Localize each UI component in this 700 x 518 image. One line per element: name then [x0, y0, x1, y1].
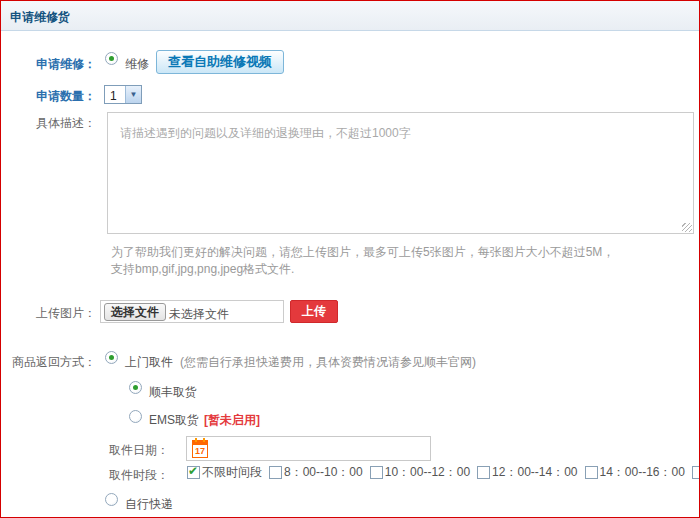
- slot-unlimited: ✔ 不限时间段: [187, 464, 262, 481]
- quantity-value: 1: [110, 89, 117, 103]
- slot-2: 10：00--12：00: [370, 464, 470, 481]
- pickup-time-slots: ✔ 不限时间段 8：00--10：00 10：00--12：00 12：00--…: [187, 464, 700, 481]
- slot-3: 12：00--14：00: [477, 464, 577, 481]
- repair-type-label: 申请维修：: [1, 56, 96, 73]
- door-pickup-label: 上门取件: [125, 354, 173, 371]
- file-status-text: 未选择文件: [169, 306, 229, 323]
- file-input[interactable]: 选择文件 未选择文件: [100, 300, 284, 323]
- slot-1-checkbox[interactable]: [269, 466, 282, 479]
- upload-button[interactable]: 上传: [290, 300, 338, 323]
- slot-2-checkbox[interactable]: [370, 466, 383, 479]
- view-repair-video-button[interactable]: 查看自助维修视频: [156, 50, 284, 74]
- slot-3-checkbox[interactable]: [477, 466, 490, 479]
- slot-3-label: 12：00--14：00: [492, 464, 577, 481]
- slot-4-checkbox[interactable]: [585, 466, 598, 479]
- sf-pickup-radio[interactable]: [129, 381, 142, 394]
- calendar-icon[interactable]: 17: [192, 440, 208, 458]
- panel-header: 申请维修货: [1, 1, 699, 31]
- door-pickup-note: (您需自行承担快递费用，具体资费情况请参见顺丰官网): [180, 354, 476, 371]
- return-method-label: 商品返回方式：: [1, 354, 96, 371]
- chevron-down-icon[interactable]: ▼: [125, 86, 141, 103]
- sf-pickup-label: 顺丰取货: [149, 384, 197, 401]
- check-icon: ✔: [188, 464, 198, 478]
- slot-5: 16：00--18：00: [692, 464, 700, 481]
- quantity-select[interactable]: 1 ▼: [104, 85, 142, 104]
- unlimited-label: 不限时间段: [202, 464, 262, 481]
- slot-1: 8：00--10：00: [269, 464, 363, 481]
- slot-4-label: 14：00--16：00: [600, 464, 685, 481]
- slot-2-label: 10：00--12：00: [385, 464, 470, 481]
- upload-label: 上传图片：: [1, 305, 96, 322]
- ems-pickup-label: EMS取货: [149, 412, 199, 429]
- slot-1-label: 8：00--10：00: [284, 464, 363, 481]
- self-ship-radio[interactable]: [105, 493, 118, 506]
- repair-form-panel: 申请维修货 申请维修： 维修 查看自助维修视频 申请数量： 1 ▼ 具体描述： …: [0, 0, 700, 518]
- pickup-date-label: 取件日期：: [79, 442, 169, 459]
- ems-disabled-badge: [暂未启用]: [204, 412, 260, 429]
- description-label: 具体描述：: [1, 115, 96, 132]
- slot-5-checkbox[interactable]: [692, 466, 700, 479]
- pickup-date-input[interactable]: 17: [186, 436, 431, 461]
- door-pickup-radio[interactable]: [105, 351, 118, 364]
- panel-title: 申请维修货: [10, 9, 70, 26]
- slot-4: 14：00--16：00: [585, 464, 685, 481]
- upload-hint-line2: 支持bmp,gif,jpg,png,jpeg格式文件.: [111, 261, 294, 278]
- pickup-time-label: 取件时段：: [79, 467, 169, 484]
- repair-option-label: 维修: [125, 56, 149, 73]
- choose-file-button[interactable]: 选择文件: [104, 303, 166, 321]
- unlimited-checkbox[interactable]: ✔: [187, 466, 200, 479]
- resize-handle-icon[interactable]: [682, 223, 692, 232]
- self-ship-label: 自行快递: [125, 496, 173, 513]
- description-textarea[interactable]: [107, 112, 694, 234]
- calendar-day: 17: [193, 446, 207, 456]
- quantity-label: 申请数量：: [1, 88, 96, 105]
- ems-pickup-radio[interactable]: [129, 410, 142, 423]
- repair-radio[interactable]: [105, 52, 118, 65]
- upload-hint-line1: 为了帮助我们更好的解决问题，请您上传图片，最多可上传5张图片，每张图片大小不超过…: [111, 244, 614, 261]
